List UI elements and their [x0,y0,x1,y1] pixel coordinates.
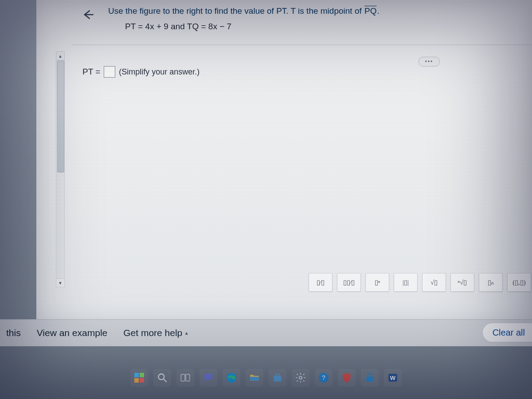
nth-root-btn[interactable]: ⁿ√▯ [450,273,474,292]
search-icon[interactable] [153,369,171,387]
chat-icon[interactable] [200,369,217,387]
word-icon[interactable]: W [384,369,402,387]
settings-icon[interactable] [292,369,309,387]
math-palette: ▯⁄▯▯▯⁄▯▯ⁿ|▯|√▯ⁿ√▯▯ₙ(▯,▯) [309,273,532,292]
segment-pq-overline: PQ [364,6,377,16]
answer-hint: (Simplify your answer.) [119,67,200,77]
clear-all-label: Clear all [493,328,525,338]
shield-icon[interactable] [338,369,356,387]
scroll-down-button[interactable]: ▼ [56,278,64,287]
svg-rect-2 [181,374,185,381]
windows-taskbar: ? W [0,365,532,390]
svg-text:?: ? [322,374,325,381]
caret-up-icon: ▲ [184,330,189,336]
scroll-up-button[interactable]: ▲ [56,52,64,60]
svg-point-6 [299,376,302,379]
question-prompt: Use the figure to the right to find the … [108,4,532,17]
more-options-button[interactable]: ••• [419,57,440,66]
view-example-link[interactable]: View an example [37,328,108,338]
exponent-btn[interactable]: ▯ⁿ [365,273,389,292]
get-more-help-link[interactable]: Get more help ▲ [123,328,189,338]
ellipsis-icon: ••• [425,59,434,65]
svg-rect-3 [186,374,190,381]
scroll-thumb[interactable] [57,61,64,172]
svg-text:W: W [390,375,396,381]
prompt-suffix: . [377,6,379,16]
clear-all-button[interactable]: Clear all [482,323,532,342]
windows-logo-icon [134,373,144,383]
svg-point-0 [158,374,164,379]
svg-rect-9 [366,377,373,382]
this-link[interactable]: this [6,328,21,338]
given-values: PT = 4x + 9 and TQ = 8x − 7 [125,22,532,31]
security-icon[interactable] [361,369,379,387]
back-button[interactable] [80,6,97,23]
subscript-btn[interactable]: ▯ₙ [479,273,503,292]
prompt-prefix: Use the figure to the right to find the … [108,6,364,16]
question-panel: Use the figure to the right to find the … [36,0,532,319]
get-more-help-label: Get more help [123,328,182,338]
square-root-btn[interactable]: √▯ [422,273,446,292]
store-icon[interactable] [269,369,286,387]
start-icon[interactable] [130,369,148,387]
absolute-value-btn[interactable]: |▯| [394,273,418,292]
fraction-btn[interactable]: ▯⁄▯ [309,273,332,292]
edge-icon[interactable] [223,369,240,387]
ordered-pair-btn[interactable]: (▯,▯) [507,273,531,292]
arrow-left-icon [82,8,94,21]
answer-lhs: PT = [82,67,100,77]
vertical-scrollbar[interactable]: ▲ ▼ [56,51,65,287]
svg-line-1 [164,379,167,382]
tips-icon[interactable]: ? [315,369,332,387]
answer-input[interactable] [104,66,115,78]
mixed-fraction-btn[interactable]: ▯▯⁄▯ [337,273,361,292]
footer-bar: this View an example Get more help ▲ [0,319,532,346]
file-explorer-icon[interactable] [246,369,263,387]
svg-rect-5 [250,377,259,381]
answer-row: PT = (Simplify your answer.) [82,66,532,78]
task-view-icon[interactable] [176,369,194,387]
screen: Use the figure to the right to find the … [0,0,532,399]
divider [72,45,532,46]
